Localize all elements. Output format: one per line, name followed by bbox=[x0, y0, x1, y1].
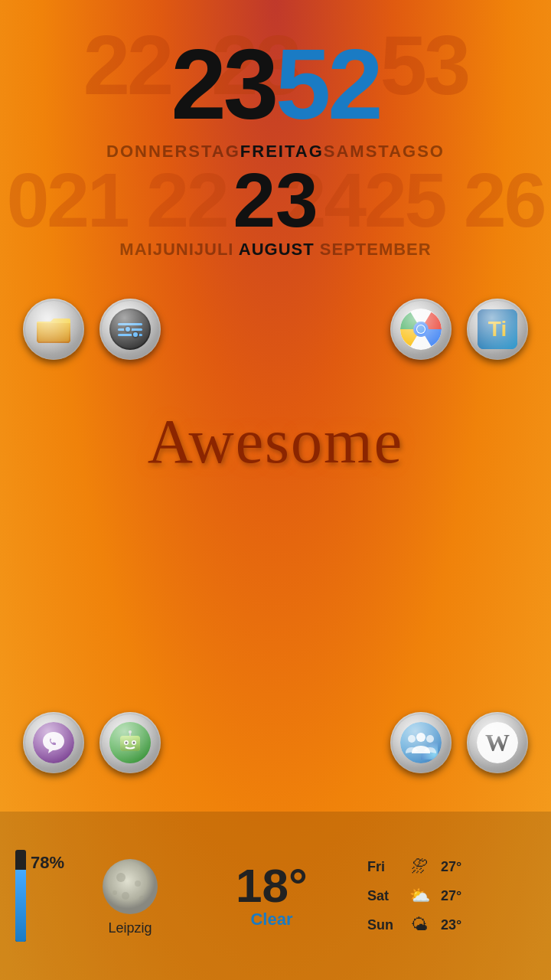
battery-section: 78% bbox=[15, 850, 77, 942]
clock-minutes: 52 bbox=[276, 27, 380, 142]
forecast-row-sat: Sat ⛅ 27° bbox=[367, 884, 536, 907]
svg-point-20 bbox=[426, 735, 434, 743]
viber-icon bbox=[33, 722, 74, 763]
battery-bar bbox=[15, 850, 26, 942]
moon-icon bbox=[99, 856, 161, 917]
clock-hours: 23 bbox=[171, 27, 276, 142]
viber-app-icon[interactable] bbox=[23, 712, 84, 773]
battery-fill bbox=[15, 870, 26, 942]
chrome-icon bbox=[400, 309, 442, 350]
day-so: SO bbox=[417, 142, 445, 161]
awesome-label: Awesome bbox=[0, 406, 551, 478]
forecast-icon-sat: ⛅ bbox=[404, 884, 435, 907]
svg-point-16 bbox=[129, 730, 132, 733]
month-juli: JULI bbox=[194, 240, 234, 259]
date-number: 23 bbox=[0, 162, 551, 238]
svg-point-25 bbox=[139, 896, 144, 900]
month-august: AUGUST bbox=[239, 240, 315, 259]
wikipedia-icon: W bbox=[477, 722, 518, 763]
svg-point-23 bbox=[135, 880, 141, 887]
chrome-app-icon[interactable] bbox=[390, 299, 452, 360]
icons-row-1: Ti bbox=[0, 299, 551, 360]
wikipedia-app-icon[interactable]: W bbox=[467, 712, 528, 773]
bottom-widget: 78% Leipzig 18° Clear bbox=[0, 812, 551, 980]
folder-app-icon[interactable] bbox=[23, 299, 84, 360]
month-september: SEPTEMBER bbox=[320, 240, 432, 259]
svg-point-14 bbox=[133, 742, 135, 744]
forecast-row-sun: Sun 🌤 23° bbox=[367, 913, 536, 936]
forecast-day-fri: Fri bbox=[367, 859, 398, 875]
forecast-row-fri: Fri ⛈ 27° bbox=[367, 855, 536, 878]
forecast-temp-fri: 27° bbox=[441, 859, 461, 875]
weather-condition: Clear bbox=[250, 910, 292, 929]
svg-point-8 bbox=[417, 325, 425, 333]
forecast-section: Fri ⛈ 27° Sat ⛅ 27° Sun 🌤 23° bbox=[367, 855, 536, 936]
forecast-temp-sun: 23° bbox=[441, 917, 461, 933]
icons-row-2: W bbox=[0, 712, 551, 773]
day-samstag: SAMSTAG bbox=[324, 142, 417, 161]
svg-point-26 bbox=[112, 890, 117, 895]
battery-percent-label: 78% bbox=[31, 853, 64, 873]
groups-icon bbox=[400, 722, 442, 763]
svg-point-13 bbox=[126, 742, 128, 744]
forecast-day-sun: Sun bbox=[367, 917, 398, 933]
svg-point-19 bbox=[408, 735, 416, 743]
forecast-temp-sat: 27° bbox=[441, 888, 461, 904]
svg-rect-2 bbox=[38, 323, 69, 341]
temperature-section: 18° Clear bbox=[184, 862, 360, 929]
folder-icon bbox=[37, 315, 70, 343]
moon-section: Leipzig bbox=[84, 856, 176, 936]
titanium-backup-app-icon[interactable]: Ti bbox=[467, 299, 528, 360]
clock-main: 23 52 bbox=[0, 23, 551, 142]
month-juni: JUNI bbox=[153, 240, 194, 259]
equalizer-icon bbox=[111, 310, 149, 348]
svg-point-24 bbox=[122, 892, 129, 900]
svg-point-18 bbox=[416, 733, 425, 742]
groups-app-icon[interactable] bbox=[390, 712, 452, 773]
system-tuner-app-icon[interactable] bbox=[99, 299, 161, 360]
month-mai: MAI bbox=[119, 240, 152, 259]
chatbot-app-icon[interactable] bbox=[99, 712, 161, 773]
titanium-icon: Ti bbox=[478, 309, 517, 349]
forecast-day-sat: Sat bbox=[367, 888, 398, 904]
svg-point-22 bbox=[116, 873, 126, 882]
battery-bar-container: 78% bbox=[15, 850, 64, 942]
current-temperature: 18° bbox=[236, 862, 308, 910]
clock-widget: 22 23 53 23 52 DONNERSTAGFREITAGSAMSTAGS… bbox=[0, 23, 551, 260]
day-donnerstag: DONNERSTAG bbox=[106, 142, 240, 161]
forecast-icon-sun: 🌤 bbox=[404, 913, 435, 936]
city-name: Leipzig bbox=[108, 920, 152, 936]
chatbot-icon bbox=[109, 722, 151, 763]
svg-point-21 bbox=[103, 859, 158, 914]
months-row: MAIJUNIJULI AUGUST SEPTEMBER bbox=[0, 240, 551, 260]
forecast-icon-fri: ⛈ bbox=[404, 855, 435, 878]
